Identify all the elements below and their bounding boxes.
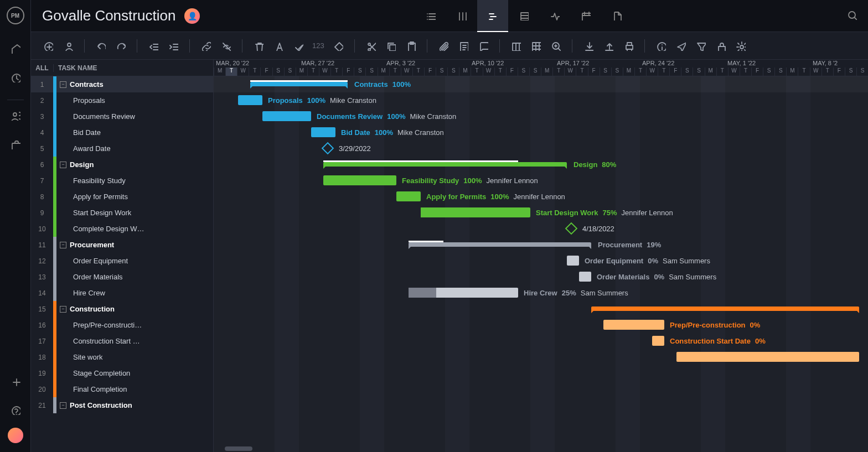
task-bar[interactable] — [262, 111, 311, 121]
tb-paste[interactable] — [405, 40, 417, 52]
nav-projects[interactable] — [4, 133, 27, 155]
task-row[interactable]: 20 Final Completion — [31, 381, 213, 397]
collapse-icon[interactable]: − — [60, 162, 66, 168]
app-logo[interactable]: PM — [7, 7, 24, 24]
tb-cut[interactable] — [365, 40, 377, 52]
task-row[interactable]: 8 Apply for Permits — [31, 189, 213, 205]
col-name[interactable]: TASK NAME — [53, 64, 213, 72]
tb-grid[interactable] — [530, 40, 542, 52]
summary-bar[interactable] — [323, 162, 567, 167]
task-row[interactable]: 10 Complete Design W… — [31, 221, 213, 237]
tb-format[interactable] — [272, 40, 285, 52]
summary-bar[interactable] — [250, 82, 348, 86]
task-row[interactable]: 6 −Design — [31, 157, 213, 173]
tb-copy[interactable] — [385, 40, 397, 52]
task-row[interactable]: 13 Order Materials — [31, 269, 213, 285]
tb-filter[interactable] — [695, 40, 707, 52]
day-label: S — [600, 67, 611, 76]
tab-files[interactable] — [601, 0, 632, 32]
task-row[interactable]: 19 Stage Completion — [31, 365, 213, 381]
task-row[interactable]: 15 −Construction — [31, 301, 213, 317]
task-bar[interactable] — [652, 336, 664, 346]
tb-undo[interactable] — [95, 40, 107, 52]
tb-redo[interactable] — [115, 40, 127, 52]
task-row[interactable]: 11 −Procurement — [31, 237, 213, 253]
collapse-icon[interactable]: − — [60, 242, 66, 248]
tab-calendar[interactable] — [570, 0, 601, 32]
task-bar[interactable] — [421, 207, 530, 217]
task-bar[interactable] — [567, 256, 579, 266]
tb-columns[interactable] — [510, 40, 522, 52]
tb-export[interactable] — [602, 40, 614, 52]
collapse-icon[interactable]: − — [60, 402, 66, 409]
tb-assign[interactable] — [62, 40, 74, 52]
nav-team[interactable] — [4, 105, 27, 127]
user-avatar[interactable] — [8, 428, 23, 443]
tab-board[interactable] — [446, 0, 477, 32]
horizontal-scrollbar[interactable] — [225, 446, 252, 451]
summary-bar[interactable] — [409, 242, 591, 247]
task-row[interactable]: 21 −Post Construction — [31, 397, 213, 413]
nav-recent[interactable] — [4, 66, 27, 89]
task-row[interactable]: 3 Documents Review — [31, 108, 213, 124]
task-bar[interactable] — [603, 320, 664, 330]
gantt-row: Design 80% — [214, 157, 868, 173]
task-bar[interactable] — [409, 288, 518, 298]
task-row[interactable]: 9 Start Design Work — [31, 205, 213, 221]
task-row[interactable]: 12 Order Equipment — [31, 253, 213, 269]
tb-note[interactable] — [457, 40, 469, 52]
tb-link[interactable] — [200, 40, 212, 52]
milestone-marker[interactable] — [565, 222, 578, 235]
tb-attach[interactable] — [437, 40, 450, 52]
task-bar[interactable] — [676, 352, 859, 362]
tb-unlink[interactable] — [220, 40, 232, 52]
tb-print[interactable] — [622, 40, 634, 52]
tb-outdent[interactable] — [147, 40, 159, 52]
gantt-row: Hire Crew 25% Sam Summers — [214, 285, 868, 301]
tab-activity[interactable] — [539, 0, 570, 32]
tb-comment[interactable] — [477, 40, 489, 52]
collapse-icon[interactable]: − — [60, 306, 66, 313]
task-row[interactable]: 2 Proposals — [31, 92, 213, 108]
col-all[interactable]: ALL — [31, 64, 53, 72]
task-row[interactable]: 16 Prep/Pre-constructi… — [31, 317, 213, 333]
task-bar[interactable] — [579, 272, 591, 282]
day-label: W — [319, 67, 330, 76]
tb-zoom[interactable] — [550, 40, 562, 52]
tb-settings[interactable] — [735, 40, 747, 52]
nav-add[interactable] — [4, 370, 27, 392]
task-bar[interactable] — [311, 127, 335, 137]
tb-import[interactable] — [582, 40, 595, 52]
tb-indent[interactable] — [167, 40, 179, 52]
task-row[interactable]: 18 Site work — [31, 349, 213, 365]
gantt-body[interactable]: Contracts 100% Proposals 100% Mike Crans… — [214, 76, 868, 452]
task-row[interactable]: 5 Award Date — [31, 141, 213, 157]
task-row[interactable]: 4 Bid Date — [31, 124, 213, 141]
day-label: M — [296, 67, 307, 76]
tb-send[interactable] — [675, 40, 687, 52]
task-bar[interactable] — [323, 175, 396, 185]
task-bar[interactable] — [238, 95, 262, 105]
task-row[interactable]: 17 Construction Start … — [31, 333, 213, 349]
tab-list[interactable] — [415, 0, 446, 32]
tb-clear[interactable] — [292, 40, 304, 52]
tb-milestone[interactable] — [332, 40, 344, 52]
search-button[interactable] — [847, 10, 857, 22]
tb-info[interactable] — [655, 40, 667, 52]
nav-home[interactable] — [4, 38, 27, 60]
collapse-icon[interactable]: − — [60, 81, 66, 88]
task-row[interactable]: 7 Feasibility Study — [31, 173, 213, 189]
tb-add[interactable] — [42, 40, 54, 52]
task-row[interactable]: 14 Hire Crew — [31, 285, 213, 301]
tb-delete[interactable] — [252, 40, 265, 52]
tab-sheet[interactable] — [508, 0, 539, 32]
milestone-marker[interactable] — [322, 142, 334, 155]
summary-bar[interactable] — [591, 306, 859, 311]
project-avatar[interactable]: 👤 — [184, 8, 200, 24]
task-row[interactable]: 1 −Contracts — [31, 76, 213, 92]
nav-help[interactable] — [4, 399, 27, 421]
task-bar[interactable] — [396, 191, 421, 201]
tb-lock[interactable] — [715, 40, 727, 52]
tab-gantt[interactable] — [477, 0, 508, 32]
tb-numbers[interactable]: 123 — [312, 41, 324, 50]
